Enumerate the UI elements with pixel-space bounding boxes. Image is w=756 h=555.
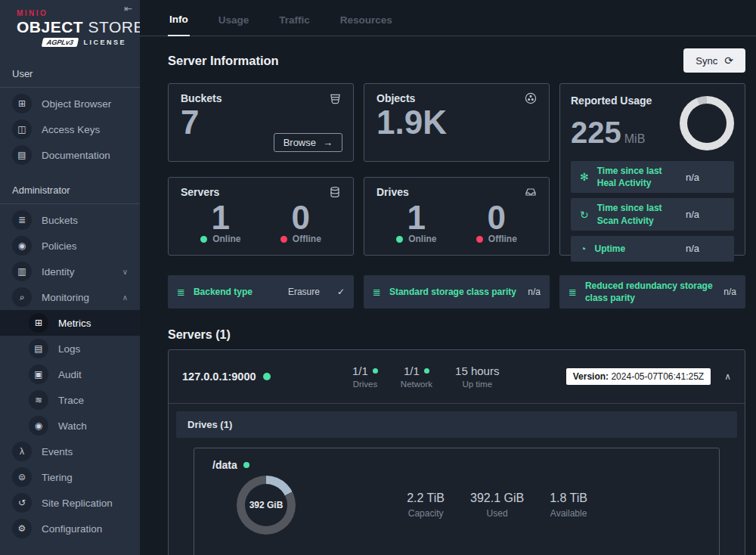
server-row[interactable]: 127.0.0.1:9000 1/1 Drives 1/1 Network 15… (169, 350, 745, 403)
sidebar-item-watch[interactable]: ◉ Watch (0, 413, 140, 439)
section-label-user: User (0, 51, 140, 88)
chevron-up-icon: ∧ (122, 293, 132, 302)
sidebar-item-tiering[interactable]: ⊜ Tiering (0, 464, 140, 490)
events-icon: λ (12, 442, 32, 461)
agpl-badge: AGPLv3 (42, 38, 79, 47)
version-badge: Version: 2024-05-07T06:41:25Z (566, 368, 711, 385)
drive-capacity-stat: 2.2 TiB Capacity (407, 491, 445, 519)
offline-dot (476, 236, 483, 243)
server-icon (329, 186, 341, 198)
uptime-row: ◔ Uptime n/a (571, 236, 734, 262)
reported-usage-title: Reported Usage (571, 95, 652, 107)
sidebar-item-access-keys[interactable]: ◫ Access Keys (0, 116, 140, 142)
site-replication-icon: ↺ (12, 493, 32, 513)
scan-icon: ↻ (580, 209, 589, 221)
online-dot (396, 236, 403, 243)
object-browser-icon: ⊞ (12, 94, 32, 113)
sidebar-item-label: Buckets (42, 215, 78, 226)
product-title: OBJECT STORE (17, 18, 128, 36)
trace-icon: ≋ (29, 390, 48, 410)
sidebar-item-policies[interactable]: ◉ Policies (0, 233, 140, 259)
uptime-value: n/a (686, 243, 699, 254)
sync-icon: ⟳ (724, 54, 733, 67)
sidebar: ⇤ MINIO OBJECT STORE AGPLv3 LICENSE User… (0, 0, 140, 555)
drive-used-stat: 392.1 GiB Used (470, 491, 524, 519)
server-panel: 127.0.0.1:9000 1/1 Drives 1/1 Network 15… (168, 349, 745, 555)
objects-card-title: Objects (376, 92, 415, 104)
sidebar-collapse-icon[interactable]: ⇤ (124, 3, 132, 14)
brand-name: MINIO (17, 9, 128, 17)
tiering-icon: ⊜ (12, 467, 32, 487)
sidebar-item-label: Access Keys (42, 124, 100, 135)
sidebar-item-events[interactable]: λ Events (0, 439, 140, 464)
standard-parity-label: Standard storage class parity (389, 286, 519, 298)
tab-usage[interactable]: Usage (217, 4, 251, 36)
servers-card-title: Servers (181, 186, 219, 198)
audit-icon: ▣ (29, 364, 48, 384)
standard-parity-pill: ≣ Standard storage class parity n/a (364, 275, 550, 309)
network-ok-dot (424, 368, 429, 374)
metrics-icon: ⊞ (29, 313, 48, 333)
sidebar-item-label: Configuration (42, 523, 102, 535)
servers-offline-count: 0 (280, 200, 321, 236)
sidebar-item-configuration[interactable]: ⚙ Configuration (0, 516, 140, 541)
sidebar-item-audit[interactable]: ▣ Audit (0, 361, 140, 387)
arrow-right-icon: → (323, 137, 333, 148)
sidebar-item-label: Documentation (42, 150, 110, 161)
buckets-card: Buckets 7 Browse → (168, 83, 354, 162)
sidebar-item-label: Object Browser (42, 98, 111, 110)
drive-online-dot (243, 462, 249, 468)
online-label: Online (212, 234, 240, 244)
tab-bar: Info Usage Traffic Resources (140, 0, 756, 36)
documentation-icon: ▤ (12, 145, 32, 165)
buckets-card-title: Buckets (181, 92, 222, 104)
reduced-redundancy-label: Reduced redundancy storage class parity (585, 280, 715, 304)
sidebar-item-documentation[interactable]: ▤ Documentation (0, 142, 140, 168)
license-line: AGPLv3 LICENSE (17, 38, 128, 47)
drive-icon (525, 186, 537, 198)
sync-button[interactable]: Sync ⟳ (683, 48, 745, 73)
sidebar-item-site-replication[interactable]: ↺ Site Replication (0, 490, 140, 516)
server-uptime-stat: 15 hours Up time (455, 364, 499, 389)
heal-activity-label: Time since last Heal Activity (597, 165, 677, 189)
drives-online-stat: 1 Online (396, 200, 436, 244)
buckets-icon: ≣ (12, 210, 32, 230)
section-label-administrator: Administrator (0, 168, 140, 204)
sidebar-item-logs[interactable]: ▤ Logs (0, 336, 140, 361)
drives-online-count: 1 (396, 200, 436, 236)
reported-usage-donut (680, 96, 734, 150)
reported-usage-unit: MiB (624, 132, 646, 145)
drives-offline-stat: 0 Offline (476, 200, 517, 244)
offline-label: Offline (293, 234, 321, 244)
reduced-redundancy-value: n/a (723, 287, 736, 297)
backend-type-pill: ≣ Backend type Erasure ✓ (168, 275, 354, 309)
objects-count: 1.9K (376, 104, 537, 141)
reported-usage-value: 225 (571, 116, 621, 149)
browse-button[interactable]: Browse → (274, 133, 342, 152)
tab-info[interactable]: Info (168, 3, 190, 36)
tab-resources[interactable]: Resources (339, 4, 394, 36)
sidebar-item-label: Events (42, 446, 73, 457)
drives-card-title: Drives (376, 186, 409, 198)
reduced-redundancy-icon: ≣ (569, 287, 577, 298)
scan-activity-label: Time since last Scan Activity (597, 202, 677, 226)
collapse-server-icon[interactable]: ∧ (724, 371, 731, 382)
check-icon: ✓ (337, 287, 345, 297)
sidebar-item-identity[interactable]: ▥ Identity ∨ (0, 259, 140, 284)
sidebar-item-object-browser[interactable]: ⊞ Object Browser (0, 91, 140, 116)
drives-card: Drives 1 Online 0 Offline (364, 177, 550, 256)
heal-icon: ✻ (580, 171, 589, 183)
sidebar-item-metrics[interactable]: ⊞ Metrics (0, 310, 140, 336)
sidebar-item-label: Watch (58, 420, 87, 432)
online-dot (200, 236, 207, 243)
sidebar-item-label: Audit (58, 369, 82, 380)
sidebar-item-buckets[interactable]: ≣ Buckets (0, 207, 140, 233)
logs-icon: ▤ (29, 339, 48, 358)
sidebar-item-trace[interactable]: ≋ Trace (0, 387, 140, 413)
online-label: Online (408, 234, 436, 244)
browse-button-label: Browse (284, 137, 316, 148)
sidebar-item-label: Policies (42, 240, 77, 252)
sidebar-item-monitoring[interactable]: ⌕ Monitoring ∧ (0, 284, 140, 310)
standard-parity-value: n/a (528, 287, 541, 297)
tab-traffic[interactable]: Traffic (277, 4, 311, 36)
